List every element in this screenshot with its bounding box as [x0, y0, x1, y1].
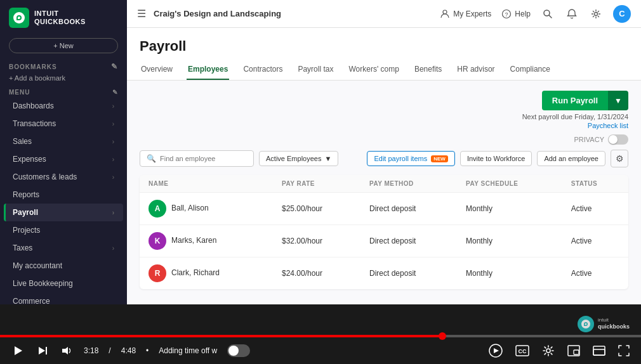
new-badge: NEW [431, 155, 448, 162]
table-body: ABall, Alison$25.00/hourDirect depositMo… [140, 193, 628, 290]
col-header-status: STATUS [562, 175, 628, 193]
miniplayer-icon [567, 345, 580, 356]
video-controls: 3:18 / 4:48 • Adding time off w CC [0, 337, 641, 364]
run-payroll-dropdown[interactable]: ▼ [608, 91, 628, 110]
sidebar-item-reports[interactable]: Reports [4, 186, 123, 204]
sidebar: intuit quickbooks + New BOOKMARKS ✎ + Ad… [0, 0, 127, 304]
svg-point-1 [443, 10, 447, 14]
svg-line-5 [549, 15, 552, 18]
tab-payroll-tax[interactable]: Payroll tax [296, 60, 334, 80]
svg-rect-18 [593, 346, 605, 355]
volume-icon [61, 345, 72, 356]
invite-to-workforce-button[interactable]: Invite to Workforce [460, 151, 532, 166]
tab-contractors[interactable]: Contractors [242, 60, 284, 80]
employee-status: Active [562, 225, 628, 257]
sidebar-item-expenses[interactable]: Expenses› [4, 150, 123, 168]
table-settings-icon[interactable]: ⚙ [611, 150, 628, 167]
tab-employees[interactable]: Employees [187, 60, 229, 80]
tab-hr-advisor[interactable]: HR advisor [456, 60, 496, 80]
quickbooks-logo-icon [9, 8, 29, 28]
employee-name: Clark, Richard [171, 268, 220, 277]
sidebar-item-label: Dashboards [13, 101, 54, 110]
settings-icon[interactable] [589, 7, 603, 21]
chevron-icon: › [112, 156, 114, 163]
table-row[interactable]: RClark, Richard$24.00/hourDirect deposit… [140, 257, 628, 290]
employee-pay-rate: $25.00/hour [273, 193, 360, 225]
active-employees-filter[interactable]: Active Employees ▼ [259, 151, 338, 166]
theater-icon [593, 346, 605, 356]
autoplay-toggle[interactable] [227, 344, 250, 357]
sidebar-nav: Dashboards›Transactions›Sales›Expenses›C… [0, 97, 127, 304]
table-row[interactable]: KMarks, Karen$32.00/hourDirect depositMo… [140, 225, 628, 257]
notifications-icon[interactable] [565, 7, 579, 21]
next-payroll-text: Next payroll due Friday, 1/31/2024 [140, 113, 628, 120]
play-button[interactable] [10, 343, 25, 358]
add-employee-button[interactable]: Add an employee [537, 151, 605, 166]
user-avatar[interactable]: C [613, 5, 631, 23]
employee-search-wrap[interactable]: 🔍 [140, 150, 254, 167]
employee-pay-rate: $24.00/hour [273, 257, 360, 290]
video-progress-bar[interactable] [0, 335, 641, 337]
employee-avatar: A [149, 200, 166, 218]
sidebar-item-dashboards[interactable]: Dashboards› [4, 97, 123, 115]
privacy-label: PRIVACY [574, 136, 604, 143]
sidebar-item-payroll[interactable]: Payroll› [4, 204, 123, 221]
sidebar-item-taxes[interactable]: Taxes› [4, 239, 123, 257]
sidebar-item-commerce[interactable]: Commerce [4, 292, 123, 304]
sidebar-item-label: Live Bookkeeping [13, 279, 73, 288]
tab-workers-comp[interactable]: Workers' comp [347, 60, 400, 80]
table-row[interactable]: ABall, Alison$25.00/hourDirect depositMo… [140, 193, 628, 225]
sidebar-item-live-bookkeeping[interactable]: Live Bookkeeping [4, 275, 123, 292]
toggle-pill-knob [228, 346, 239, 356]
my-experts-button[interactable]: My Experts [440, 9, 491, 19]
chevron-icon: › [112, 138, 114, 145]
total-time: 4:48 [121, 346, 136, 355]
person-icon [440, 9, 450, 19]
sidebar-item-transactions[interactable]: Transactions› [4, 115, 123, 133]
sidebar-item-label: Sales [13, 137, 32, 146]
run-payroll-button[interactable]: Run Payroll [542, 91, 608, 110]
sidebar-item-customers[interactable]: Customers & leads› [4, 168, 123, 186]
employee-name-cell: ABall, Alison [140, 193, 273, 225]
employee-name-cell: KMarks, Karen [140, 225, 273, 257]
search-icon[interactable] [541, 7, 555, 21]
volume-button[interactable] [60, 344, 74, 358]
svg-point-20 [581, 320, 590, 328]
tab-overview[interactable]: Overview [140, 60, 174, 80]
top-bar: ☰ Craig's Design and Landscaping My Expe… [127, 0, 641, 28]
miniplayer-button[interactable] [566, 344, 581, 358]
bookmarks-edit-icon[interactable]: ✎ [111, 62, 118, 71]
employee-search-input[interactable] [160, 155, 236, 162]
play-circle-button[interactable] [487, 342, 504, 359]
sidebar-item-projects[interactable]: Projects [4, 221, 123, 239]
svg-point-0 [13, 12, 25, 23]
skip-next-button[interactable] [36, 344, 50, 358]
cc-button[interactable]: CC [514, 344, 531, 358]
hamburger-icon[interactable]: ☰ [137, 8, 146, 20]
sidebar-item-my-accountant[interactable]: My accountant [4, 257, 123, 275]
add-bookmark[interactable]: + Add a bookmark [0, 72, 127, 84]
help-button[interactable]: ? Help [501, 9, 531, 19]
employee-pay-schedule: Monthly [457, 257, 562, 290]
theater-mode-button[interactable] [591, 344, 607, 357]
bullet-separator: • [146, 346, 149, 355]
sidebar-item-sales[interactable]: Sales› [4, 133, 123, 150]
employee-pay-schedule: Monthly [457, 225, 562, 257]
new-button[interactable]: + New [9, 38, 118, 53]
settings-button[interactable] [541, 343, 556, 358]
employee-pay-schedule: Monthly [457, 193, 562, 225]
privacy-row: PRIVACY [140, 134, 628, 145]
chevron-icon: › [112, 103, 114, 110]
tab-benefits[interactable]: Benefits [413, 60, 443, 80]
fullscreen-icon [618, 345, 630, 356]
sidebar-item-label: Reports [13, 190, 39, 199]
tab-compliance[interactable]: Compliance [509, 60, 552, 80]
privacy-toggle[interactable] [608, 134, 628, 145]
content-area: Run Payroll ▼ Next payroll due Friday, 1… [127, 81, 641, 304]
edit-payroll-items-button[interactable]: Edit payroll items NEW [367, 151, 454, 166]
sidebar-item-label: Payroll [13, 208, 38, 217]
help-circle-icon: ? [501, 9, 512, 19]
menu-edit-icon[interactable]: ✎ [112, 89, 118, 96]
fullscreen-button[interactable] [617, 344, 631, 358]
paycheck-list-link[interactable]: Paycheck list [140, 122, 628, 129]
